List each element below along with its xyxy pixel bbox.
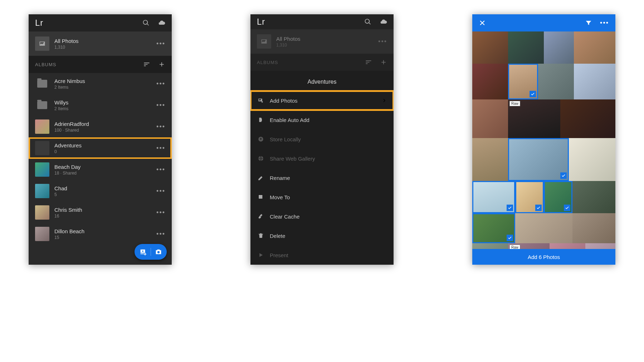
context-menu: Adventures Add PhotosEnable Auto AddStor… [250,71,394,265]
svg-point-1 [157,251,159,253]
all-photos-title: All Photos [276,36,373,42]
menu-item[interactable]: Delete [250,226,394,245]
menu-item: Store Locally [250,129,394,149]
album-thumb [35,184,49,198]
add-photo-icon [139,248,147,256]
album-thumb [35,227,49,241]
album-row[interactable]: AdrienRadford100 · Shared••• [29,116,172,137]
raw-badge: Raw [509,101,520,106]
album-thumb [35,205,49,220]
album-row[interactable]: Dillon Beach15••• [29,223,172,245]
menu-item[interactable]: Enable Auto Add [250,110,394,129]
menu-item-label: Share Web Gallery [270,156,386,162]
album-row[interactable]: Willys2 Items••• [29,94,172,116]
folder-icon [35,77,49,91]
more-icon[interactable]: ••• [156,145,165,152]
photo-thumb[interactable] [585,243,615,249]
albums-label: ALBUMS [257,60,278,65]
app-logo: Lr [257,17,265,27]
photo-thumb[interactable] [572,181,615,213]
photo-thumb[interactable] [472,213,515,243]
play-icon [258,252,264,258]
check-icon [507,235,513,241]
photo-grid[interactable]: RawRaw [472,31,615,249]
more-icon[interactable]: ••• [156,80,165,88]
menu-item-label: Add Photos [270,98,376,104]
menu-item[interactable]: Move To [250,187,394,207]
photo-thumb[interactable] [472,243,508,249]
cloud-icon[interactable] [158,19,165,26]
globe-icon [258,155,264,162]
photo-thumb[interactable] [574,64,615,99]
more-icon[interactable]: ••• [600,19,609,27]
menu-item[interactable]: Clear Cache [250,207,394,226]
trash-icon [258,233,264,239]
albums-header: ALBUMS [29,56,172,73]
add-photos-bar[interactable]: Add 6 Photos [472,249,615,265]
album-name: Beach Day [54,164,151,170]
photo-thumb[interactable] [544,31,574,64]
broom-icon [258,213,264,220]
album-name: AdrienRadford [54,121,151,127]
album-name: Chris Smith [54,207,151,213]
more-icon[interactable]: ••• [156,230,165,238]
photo-thumb[interactable] [508,31,544,64]
photo-thumb[interactable] [472,181,515,213]
more-icon[interactable]: ••• [156,40,165,48]
menu-item[interactable]: Add Photos [250,91,394,110]
album-sub: 5 [54,192,151,197]
raw-badge: Raw [509,245,520,249]
search-icon[interactable] [142,19,150,26]
album-row[interactable]: Beach Day18 · Shared••• [29,159,172,180]
photo-thumb[interactable] [560,99,615,138]
photo-thumb[interactable] [515,181,544,213]
more-icon[interactable]: ••• [156,166,165,173]
download-icon [258,136,264,142]
photo-thumb[interactable] [508,138,569,181]
fab-button[interactable] [135,244,167,260]
photo-thumb[interactable] [572,213,615,243]
album-row[interactable]: Chris Smith16••• [29,202,172,223]
more-icon[interactable]: ••• [156,209,165,216]
album-name: Acre Nimbus [54,78,151,84]
photo-thumb[interactable] [574,31,615,64]
album-thumb [35,119,49,134]
close-icon[interactable] [479,19,486,26]
menu-item-label: Rename [270,175,386,181]
photo-thumb[interactable] [515,213,572,243]
photo-thumb[interactable] [569,138,615,181]
album-row[interactable]: Acre Nimbus2 Items••• [29,73,172,94]
photo-thumb[interactable]: Raw [508,99,560,138]
photo-thumb[interactable] [508,64,538,99]
albums-header: ALBUMS [250,54,394,71]
photo-thumb[interactable] [538,64,574,99]
album-sub: 2 Items [54,106,151,111]
all-photos-card[interactable]: All Photos 1,310 ••• [29,31,172,56]
all-photos-title: All Photos [54,38,151,44]
more-icon[interactable]: ••• [156,123,165,131]
menu-item[interactable]: Rename [250,168,394,187]
filter-icon[interactable] [585,19,592,26]
photo-thumb[interactable] [550,243,585,249]
photo-thumb[interactable] [544,181,572,213]
photo-thumb[interactable]: Raw [508,243,550,249]
cloud-icon[interactable] [380,18,387,25]
album-row[interactable]: Adventures0••• [29,137,172,159]
photo-thumb[interactable] [472,31,508,64]
album-row[interactable]: Chad5••• [29,180,172,202]
album-name: Willys [54,99,151,106]
menu-item: Present [250,245,394,265]
menu-item: Share Web Gallery [250,149,394,168]
search-icon[interactable] [364,18,371,25]
more-icon[interactable]: ••• [156,102,165,109]
add-album-icon[interactable] [158,61,165,68]
more-icon[interactable]: ••• [156,187,165,195]
all-photos-count: 1,310 [276,43,373,48]
photo-thumb[interactable] [472,138,508,181]
album-name: Dillon Beach [54,228,151,234]
menu-title: Adventures [250,71,394,91]
photo-thumb[interactable] [472,99,508,138]
photo-thumb[interactable] [472,64,508,99]
sort-icon[interactable] [143,61,150,68]
folder-icon [35,98,49,112]
